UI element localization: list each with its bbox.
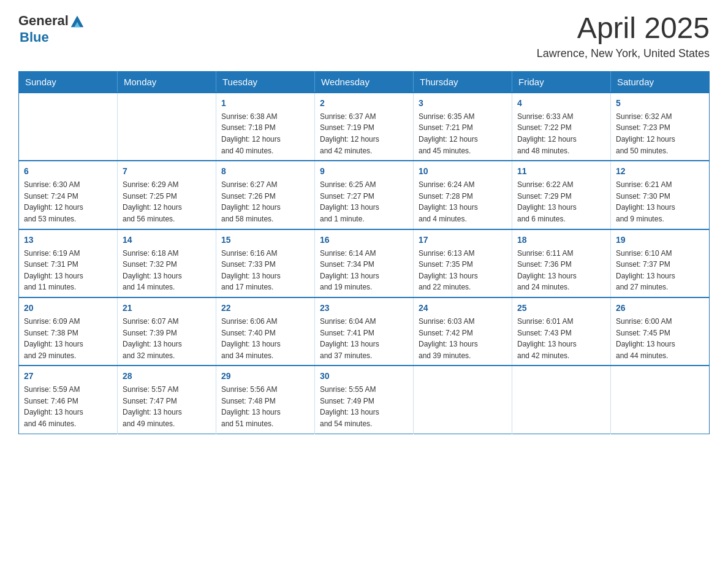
- calendar-day-cell: 27Sunrise: 5:59 AMSunset: 7:46 PMDayligh…: [19, 366, 118, 434]
- day-number: 12: [616, 165, 704, 178]
- day-info: Sunrise: 5:56 AMSunset: 7:48 PMDaylight:…: [221, 384, 309, 429]
- calendar-day-cell: [414, 366, 512, 434]
- day-info: Sunrise: 6:21 AMSunset: 7:30 PMDaylight:…: [616, 179, 704, 224]
- day-number: 16: [320, 234, 408, 247]
- calendar-day-cell: 4Sunrise: 6:33 AMSunset: 7:22 PMDaylight…: [512, 93, 611, 161]
- calendar-day-cell: 12Sunrise: 6:21 AMSunset: 7:30 PMDayligh…: [611, 161, 710, 229]
- calendar-day-header: Wednesday: [315, 71, 414, 93]
- calendar-day-cell: 30Sunrise: 5:55 AMSunset: 7:49 PMDayligh…: [315, 366, 414, 434]
- day-info: Sunrise: 6:01 AMSunset: 7:43 PMDaylight:…: [517, 316, 605, 361]
- calendar-day-cell: [611, 366, 710, 434]
- day-number: 24: [419, 302, 507, 315]
- page-subtitle: Lawrence, New York, United States: [537, 47, 710, 60]
- day-number: 22: [221, 302, 309, 315]
- calendar-day-cell: 14Sunrise: 6:18 AMSunset: 7:32 PMDayligh…: [118, 229, 216, 297]
- day-info: Sunrise: 6:25 AMSunset: 7:27 PMDaylight:…: [320, 179, 408, 224]
- day-number: 28: [123, 370, 211, 383]
- calendar-day-cell: 6Sunrise: 6:30 AMSunset: 7:24 PMDaylight…: [19, 161, 118, 229]
- logo-text-blue: Blue: [20, 29, 49, 45]
- calendar-day-cell: 28Sunrise: 5:57 AMSunset: 7:47 PMDayligh…: [118, 366, 216, 434]
- day-info: Sunrise: 6:33 AMSunset: 7:22 PMDaylight:…: [517, 111, 605, 156]
- calendar-day-cell: [19, 93, 118, 161]
- calendar-day-header: Sunday: [19, 71, 118, 93]
- day-info: Sunrise: 6:09 AMSunset: 7:38 PMDaylight:…: [24, 316, 112, 361]
- calendar-day-cell: 2Sunrise: 6:37 AMSunset: 7:19 PMDaylight…: [315, 93, 414, 161]
- calendar-day-cell: 16Sunrise: 6:14 AMSunset: 7:34 PMDayligh…: [315, 229, 414, 297]
- page-title: April 2025: [537, 12, 710, 45]
- calendar-day-cell: 17Sunrise: 6:13 AMSunset: 7:35 PMDayligh…: [414, 229, 512, 297]
- day-info: Sunrise: 6:27 AMSunset: 7:26 PMDaylight:…: [221, 179, 309, 224]
- day-number: 9: [320, 165, 408, 178]
- day-number: 8: [221, 165, 309, 178]
- day-info: Sunrise: 6:19 AMSunset: 7:31 PMDaylight:…: [24, 248, 112, 293]
- calendar-day-cell: [118, 93, 216, 161]
- day-number: 17: [419, 234, 507, 247]
- calendar-week-row: 13Sunrise: 6:19 AMSunset: 7:31 PMDayligh…: [19, 229, 710, 297]
- day-info: Sunrise: 6:07 AMSunset: 7:39 PMDaylight:…: [123, 316, 211, 361]
- day-number: 30: [320, 370, 408, 383]
- day-info: Sunrise: 6:13 AMSunset: 7:35 PMDaylight:…: [419, 248, 507, 293]
- title-block: April 2025 Lawrence, New York, United St…: [537, 12, 710, 60]
- day-number: 1: [221, 97, 309, 110]
- calendar-day-cell: 23Sunrise: 6:04 AMSunset: 7:41 PMDayligh…: [315, 297, 414, 366]
- calendar-day-cell: 13Sunrise: 6:19 AMSunset: 7:31 PMDayligh…: [19, 229, 118, 297]
- calendar-day-cell: 25Sunrise: 6:01 AMSunset: 7:43 PMDayligh…: [512, 297, 611, 366]
- calendar-day-cell: 29Sunrise: 5:56 AMSunset: 7:48 PMDayligh…: [216, 366, 315, 434]
- calendar-day-cell: 9Sunrise: 6:25 AMSunset: 7:27 PMDaylight…: [315, 161, 414, 229]
- calendar-week-row: 20Sunrise: 6:09 AMSunset: 7:38 PMDayligh…: [19, 297, 710, 366]
- day-number: 2: [320, 97, 408, 110]
- day-number: 19: [616, 234, 704, 247]
- day-info: Sunrise: 6:32 AMSunset: 7:23 PMDaylight:…: [616, 111, 704, 156]
- day-info: Sunrise: 6:16 AMSunset: 7:33 PMDaylight:…: [221, 248, 309, 293]
- day-number: 20: [24, 302, 112, 315]
- day-number: 10: [419, 165, 507, 178]
- day-number: 26: [616, 302, 704, 315]
- calendar-day-cell: 26Sunrise: 6:00 AMSunset: 7:45 PMDayligh…: [611, 297, 710, 366]
- day-info: Sunrise: 6:24 AMSunset: 7:28 PMDaylight:…: [419, 179, 507, 224]
- calendar-day-cell: 8Sunrise: 6:27 AMSunset: 7:26 PMDaylight…: [216, 161, 315, 229]
- day-info: Sunrise: 6:10 AMSunset: 7:37 PMDaylight:…: [616, 248, 704, 293]
- day-info: Sunrise: 6:30 AMSunset: 7:24 PMDaylight:…: [24, 179, 112, 224]
- day-number: 5: [616, 97, 704, 110]
- calendar-day-cell: 24Sunrise: 6:03 AMSunset: 7:42 PMDayligh…: [414, 297, 512, 366]
- day-info: Sunrise: 6:14 AMSunset: 7:34 PMDaylight:…: [320, 248, 408, 293]
- day-info: Sunrise: 5:57 AMSunset: 7:47 PMDaylight:…: [123, 384, 211, 429]
- day-info: Sunrise: 6:35 AMSunset: 7:21 PMDaylight:…: [419, 111, 507, 156]
- day-info: Sunrise: 6:37 AMSunset: 7:19 PMDaylight:…: [320, 111, 408, 156]
- calendar-day-header: Saturday: [611, 71, 710, 93]
- day-number: 15: [221, 234, 309, 247]
- logo: General Blue: [18, 12, 86, 45]
- calendar-table: SundayMondayTuesdayWednesdayThursdayFrid…: [18, 71, 710, 434]
- calendar-day-cell: 19Sunrise: 6:10 AMSunset: 7:37 PMDayligh…: [611, 229, 710, 297]
- day-info: Sunrise: 6:18 AMSunset: 7:32 PMDaylight:…: [123, 248, 211, 293]
- day-number: 27: [24, 370, 112, 383]
- day-number: 4: [517, 97, 605, 110]
- day-number: 11: [517, 165, 605, 178]
- day-number: 25: [517, 302, 605, 315]
- page-header: General Blue April 2025 Lawrence, New Yo…: [18, 12, 710, 60]
- calendar-day-cell: 3Sunrise: 6:35 AMSunset: 7:21 PMDaylight…: [414, 93, 512, 161]
- calendar-week-row: 27Sunrise: 5:59 AMSunset: 7:46 PMDayligh…: [19, 366, 710, 434]
- calendar-day-cell: [512, 366, 611, 434]
- logo-line1: General: [18, 12, 86, 29]
- calendar-week-row: 1Sunrise: 6:38 AMSunset: 7:18 PMDaylight…: [19, 93, 710, 161]
- day-info: Sunrise: 5:55 AMSunset: 7:49 PMDaylight:…: [320, 384, 408, 429]
- day-info: Sunrise: 6:22 AMSunset: 7:29 PMDaylight:…: [517, 179, 605, 224]
- day-number: 6: [24, 165, 112, 178]
- calendar-day-cell: 21Sunrise: 6:07 AMSunset: 7:39 PMDayligh…: [118, 297, 216, 366]
- calendar-day-cell: 11Sunrise: 6:22 AMSunset: 7:29 PMDayligh…: [512, 161, 611, 229]
- calendar-header-row: SundayMondayTuesdayWednesdayThursdayFrid…: [19, 71, 710, 93]
- calendar-day-cell: 5Sunrise: 6:32 AMSunset: 7:23 PMDaylight…: [611, 93, 710, 161]
- calendar-day-header: Thursday: [414, 71, 512, 93]
- calendar-day-header: Monday: [118, 71, 216, 93]
- calendar-day-cell: 7Sunrise: 6:29 AMSunset: 7:25 PMDaylight…: [118, 161, 216, 229]
- day-info: Sunrise: 6:38 AMSunset: 7:18 PMDaylight:…: [221, 111, 309, 156]
- day-info: Sunrise: 6:06 AMSunset: 7:40 PMDaylight:…: [221, 316, 309, 361]
- calendar-day-cell: 10Sunrise: 6:24 AMSunset: 7:28 PMDayligh…: [414, 161, 512, 229]
- day-number: 29: [221, 370, 309, 383]
- day-number: 3: [419, 97, 507, 110]
- day-number: 21: [123, 302, 211, 315]
- day-number: 18: [517, 234, 605, 247]
- day-info: Sunrise: 6:03 AMSunset: 7:42 PMDaylight:…: [419, 316, 507, 361]
- calendar-day-header: Friday: [512, 71, 611, 93]
